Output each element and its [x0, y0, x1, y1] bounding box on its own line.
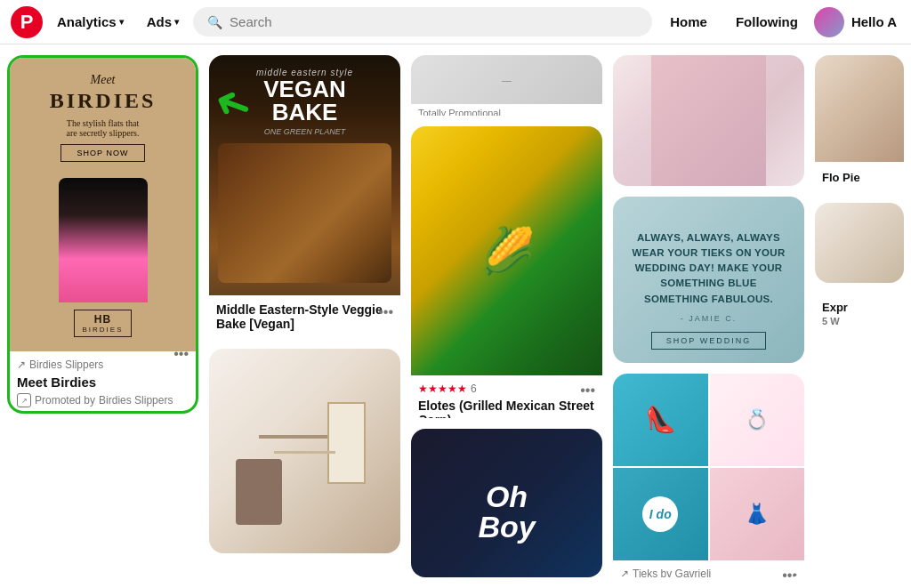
vegan-more-button[interactable]: ••• [378, 304, 393, 320]
redirect-icon-2: ↗ [620, 568, 629, 577]
oh-boy-text: OhBoy [478, 481, 535, 542]
tieks-cell-3: I do [613, 468, 708, 560]
column-3: — Totally Promotional 🌽 ★★★★★ 6 Elotes (… [411, 55, 602, 577]
vegan-text-block: middle eastern style VEGANBAKE ONE GREEN… [218, 68, 391, 136]
wedding-image: ALWAYS, ALWAYS, ALWAYS WEAR YOUR TIEKS O… [613, 197, 804, 363]
pin-far-right-label[interactable] [815, 203, 904, 283]
search-bar[interactable]: 🔍 [193, 7, 652, 36]
birdies-meet: Meet [50, 73, 157, 87]
birdies-title: Meet Birdies [17, 375, 189, 390]
promoted-label: Promoted by [35, 394, 95, 407]
far-right-title: Flo Pie [822, 171, 860, 184]
vegan-main-title: VEGANBAKE [218, 77, 391, 124]
top-right-image [613, 55, 804, 186]
far-right-label-expr: Expr5 W [815, 294, 904, 334]
promoted-icon: ↗ [17, 393, 31, 407]
corn-image: 🌽 [411, 126, 602, 375]
totally-promo-label: Totally Promotional [411, 104, 602, 116]
corn-more-button[interactable]: ••• [580, 383, 595, 399]
birdies-shop-button[interactable]: SHOP NOW [60, 144, 146, 162]
ads-nav[interactable]: Ads ▾ [138, 9, 188, 35]
home-nav[interactable]: Home [657, 7, 720, 36]
birdies-text-block: Meet BIRDIES The stylish flats thatare s… [50, 73, 157, 171]
corn-rating-count: 6 [471, 383, 477, 395]
far-right-image-1 [815, 55, 904, 162]
tieks-collage-image: 👠 💍 I do 👗 [613, 374, 804, 560]
birdies-image: Meet BIRDIES The stylish flats thatare s… [10, 58, 196, 351]
column-1: Meet BIRDIES The stylish flats thatare s… [7, 55, 198, 577]
vegan-source: ONE GREEN PLANET [218, 127, 391, 136]
birdies-promoted-by: Birdies Slippers [99, 394, 173, 407]
interior-image [209, 349, 400, 553]
tieks-source-row: ↗ Tieks by Gavrieli [620, 568, 797, 577]
wedding-shop-button[interactable]: SHOP WEDDING [651, 332, 766, 350]
header: P Analytics ▾ Ads ▾ 🔍 Home Following Hel… [0, 0, 911, 44]
birdies-pin-info: ↗ Birdies Slippers Meet Birdies ↗ Promot… [10, 351, 196, 411]
pin-birdies[interactable]: Meet BIRDIES The stylish flats thatare s… [7, 55, 198, 414]
far-right-image-2 [815, 203, 904, 283]
totally-promo-image: — [411, 55, 602, 104]
birdies-name: BIRDIES [50, 89, 157, 113]
pinterest-logo[interactable]: P [11, 6, 43, 38]
pin-far-right-top[interactable]: Flo Pie [815, 55, 904, 192]
oh-boy-image: OhBoy [411, 429, 602, 577]
pin-totally-promo[interactable]: — Totally Promotional [411, 55, 602, 116]
ads-label: Ads [147, 14, 172, 29]
corn-stars-row: ★★★★★ 6 [418, 383, 595, 395]
tieks-cell-2: 💍 [710, 374, 805, 466]
pin-tieks[interactable]: 👠 💍 I do 👗 ↗ Tieks by Gavrieli Something… [613, 374, 804, 577]
pin-corn[interactable]: 🌽 ★★★★★ 6 Elotes (Grilled Mexican Street… [411, 126, 602, 418]
birdies-more-button[interactable]: ••• [173, 346, 189, 362]
tieks-source: Tieks by Gavrieli [633, 568, 711, 577]
search-input[interactable] [230, 14, 638, 29]
birdies-shoe-image [59, 178, 148, 302]
birdies-source-row: ↗ Birdies Slippers [17, 358, 189, 371]
column-5: Flo Pie Expr5 W [815, 55, 904, 577]
stars-icon: ★★★★★ [418, 383, 467, 395]
tieks-cell-4: 👗 [710, 468, 805, 560]
pin-oh-boy[interactable]: OhBoy [411, 429, 602, 577]
analytics-label: Analytics [57, 14, 117, 29]
column-4: ALWAYS, ALWAYS, ALWAYS WEAR YOUR TIEKS O… [613, 55, 804, 577]
far-right-info: Flo Pie [815, 162, 904, 192]
hello-user: Hello A [848, 14, 900, 29]
pin-interior[interactable] [209, 349, 400, 553]
home-label: Home [670, 14, 707, 29]
tieks-more-button[interactable]: ••• [782, 568, 797, 577]
tieks-info: ↗ Tieks by Gavrieli Something Tiek Blue … [613, 560, 804, 577]
analytics-nav[interactable]: Analytics ▾ [48, 9, 133, 35]
vegan-info: Middle Eastern-Style Veggie Bake [Vegan] [209, 295, 400, 338]
following-nav[interactable]: Following [723, 7, 810, 36]
tieks-cell-1: 👠 [613, 374, 708, 466]
birdies-logo-box: HB BIRDIES [74, 310, 131, 337]
ads-chevron-icon: ▾ [174, 17, 179, 27]
corn-info: ★★★★★ 6 Elotes (Grilled Mexican Street C… [411, 375, 602, 418]
vegan-title: Middle Eastern-Style Veggie Bake [Vegan] [216, 302, 393, 331]
avatar[interactable] [814, 7, 844, 37]
pin-wedding-quote[interactable]: ALWAYS, ALWAYS, ALWAYS WEAR YOUR TIEKS O… [613, 197, 804, 363]
following-label: Following [736, 14, 798, 29]
birdies-source: Birdies Slippers [29, 358, 103, 371]
birdies-desc: The stylish flats thatare secretly slipp… [50, 118, 157, 138]
main-content: Meet BIRDIES The stylish flats thatare s… [0, 44, 911, 588]
birdies-promoted: ↗ Promoted by Birdies Slippers [17, 393, 189, 407]
pin-top-right[interactable] [613, 55, 804, 186]
pin-vegan-bake[interactable]: middle eastern style VEGANBAKE ONE GREEN… [209, 55, 400, 338]
redirect-icon: ↗ [17, 358, 26, 371]
wedding-shop-label: SHOP WEDDING [666, 336, 751, 345]
analytics-chevron-icon: ▾ [119, 17, 124, 27]
search-icon: 🔍 [207, 15, 222, 29]
header-right: Home Following Hello A [657, 7, 900, 37]
vegan-image: middle eastern style VEGANBAKE ONE GREEN… [209, 55, 400, 295]
wedding-author: - JAMIE C. [681, 314, 738, 323]
column-2: middle eastern style VEGANBAKE ONE GREEN… [209, 55, 400, 577]
vegan-food-image [218, 143, 391, 283]
wedding-quote-text: ALWAYS, ALWAYS, ALWAYS WEAR YOUR TIEKS O… [631, 230, 786, 307]
corn-title: Elotes (Grilled Mexican Street Corn) [418, 399, 595, 418]
pin-far-right-expr[interactable]: Expr5 W [815, 294, 904, 334]
